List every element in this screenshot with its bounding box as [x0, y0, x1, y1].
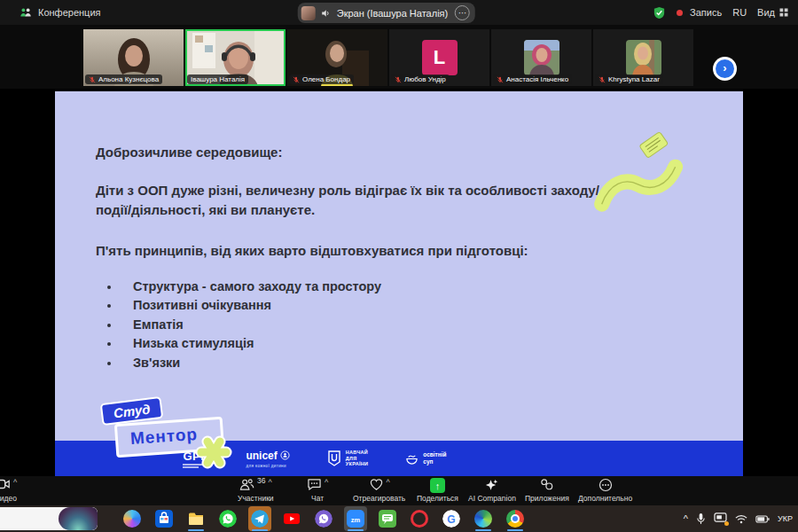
participant-name-tag: Альона Кузнєцова — [85, 74, 162, 84]
apps-button[interactable]: Приложения — [525, 478, 569, 503]
taskbar-google-icon[interactable]: G — [440, 506, 463, 531]
bullet-item: Структура - самого заходу та простору — [121, 278, 628, 297]
bullet-item: Емпатія — [121, 316, 628, 335]
system-tray: ^ УКР — [684, 505, 793, 532]
taskbar-whatsapp-icon[interactable] — [216, 506, 239, 531]
video-control-button[interactable]: ^ Видео — [0, 478, 17, 503]
participant-name-tag: Івашура Наталія — [187, 74, 248, 84]
video-label: Видео — [0, 494, 17, 503]
search-highlight-image — [59, 507, 98, 530]
view-label: Вид — [757, 7, 775, 18]
unicef-logo: unicef для кожної дитини — [246, 450, 289, 468]
ai-companion-button[interactable]: AI Companion — [468, 478, 516, 503]
presenter-avatar — [301, 6, 316, 20]
video-thumbnail-strip: Альона Кузнєцова Івашура Ната — [0, 25, 798, 89]
letter-avatar: L — [422, 40, 458, 75]
share-screen-button[interactable]: ↑ Поделиться — [417, 478, 458, 503]
chat-button[interactable]: ^ Чат — [307, 478, 328, 503]
zoom-meeting-window: Конференция Экран (Івашура Наталія) ⋯ За… — [0, 0, 798, 532]
apps-label: Приложения — [525, 494, 569, 503]
unicef-tagline: для кожної дитини — [246, 464, 289, 468]
camera-icon — [0, 478, 11, 490]
slide-text-block: Доброзичливе середовище: Діти з ООП дуже… — [96, 145, 628, 372]
share-pill-label: Экран (Івашура Наталія) — [337, 8, 448, 19]
unicef-logo-text: unicef — [246, 450, 277, 462]
security-shield-icon[interactable] — [653, 6, 666, 20]
caret-up-icon[interactable]: ^ — [325, 478, 328, 487]
taskbar-store-icon[interactable] — [153, 506, 176, 531]
taskbar-file-explorer-icon[interactable] — [184, 506, 207, 531]
teach-shield-icon — [327, 450, 341, 466]
view-button[interactable]: Вид — [757, 7, 789, 18]
bullet-item: Зв'язки — [121, 354, 628, 373]
bullet-item: Позитивні очікування — [121, 296, 628, 316]
svg-text:G: G — [447, 513, 455, 526]
chevron-right-icon: › — [716, 59, 734, 78]
taskbar-viber-icon[interactable] — [312, 506, 335, 531]
participant-name-tag: Олена Бондар — [289, 74, 354, 84]
tray-language-indicator[interactable]: УКР — [778, 514, 793, 523]
taskbar-copilot-icon[interactable] — [121, 506, 144, 531]
caret-up-icon[interactable]: ^ — [13, 478, 17, 487]
taskbar-messenger-icon[interactable] — [376, 506, 399, 531]
participant-tile-3[interactable]: Олена Бондар — [287, 29, 387, 86]
conference-people-icon — [20, 6, 32, 19]
more-options-label: Дополнительно — [578, 494, 632, 503]
soup-logo-line2: суп — [423, 458, 446, 466]
participant-tile-2-active-speaker[interactable]: Івашура Наталія — [185, 29, 286, 86]
participant-tile-1[interactable]: Альона Кузнєцова — [83, 29, 184, 86]
screen-share-pill[interactable]: Экран (Івашура Наталія) ⋯ — [298, 3, 475, 23]
participant-name: Анастасія Ільченко — [506, 75, 568, 83]
taskbar-youtube-icon[interactable] — [280, 506, 303, 531]
taskbar-chrome-icon[interactable] — [504, 506, 527, 531]
view-grid-icon — [778, 7, 789, 18]
muted-mic-icon — [497, 76, 504, 83]
chat-label: Чат — [311, 494, 324, 503]
taskbar-zoom-icon[interactable]: zm — [344, 506, 367, 531]
soup-bowl-icon — [405, 452, 419, 466]
meeting-info[interactable]: Конференция — [0, 6, 100, 19]
ai-sparkle-icon — [484, 478, 499, 492]
more-options-button[interactable]: Дополнительно — [578, 478, 632, 503]
decorative-squiggle-graphic — [590, 116, 700, 214]
participant-name-tag: Анастасія Ільченко — [493, 74, 572, 84]
tray-battery-icon[interactable] — [755, 515, 770, 523]
slide-intro-paragraph: Діти з ООП дуже різні, величезну роль ві… — [96, 181, 601, 220]
participants-button[interactable]: 36 ^ Участники — [238, 478, 274, 503]
tray-screenshare-icon[interactable] — [714, 512, 727, 526]
photo-avatar — [524, 40, 559, 75]
participant-tile-5[interactable]: Анастасія Ільченко — [491, 29, 591, 86]
stud-mentor-brand-logo: Ментор Студ — [89, 396, 239, 471]
participant-tile-4[interactable]: L Любов Ундір — [389, 29, 489, 86]
taskbar-edge-icon[interactable] — [472, 506, 495, 531]
next-participants-page-button[interactable]: › — [713, 57, 737, 81]
muted-mic-icon — [598, 76, 606, 83]
participant-tile-6[interactable]: Khrystyna Lazar — [593, 29, 693, 86]
interpretation-language-button[interactable]: RU — [732, 7, 747, 18]
svg-text:zm: zm — [351, 516, 361, 524]
reactions-button[interactable]: ^ Отреагировать — [353, 478, 405, 503]
bullet-item: Низька стимуляція — [121, 334, 628, 354]
participant-name: Івашура Наталія — [191, 75, 245, 83]
chat-bubble-icon — [307, 478, 322, 491]
osvitniy-sup-logo: освітній суп — [405, 451, 446, 466]
share-screen-icon: ↑ — [430, 478, 445, 493]
recording-indicator[interactable]: Запись — [677, 7, 722, 18]
teach-logo-line2: ДЛЯ — [346, 456, 368, 462]
soup-logo-line1: освітній — [423, 451, 446, 458]
participant-name: Khrystyna Lazar — [608, 75, 660, 83]
top-bar-right: Запись RU Вид — [653, 0, 789, 25]
caret-up-icon[interactable]: ^ — [268, 478, 271, 487]
taskbar-opera-icon[interactable] — [408, 506, 431, 531]
share-screen-label: Поделиться — [417, 494, 458, 503]
caret-up-icon[interactable]: ^ — [387, 478, 390, 487]
tray-expand-chevron[interactable]: ^ — [684, 513, 688, 524]
share-pill-more-button[interactable]: ⋯ — [455, 5, 470, 20]
taskbar-search-box[interactable] — [0, 507, 98, 530]
tray-wifi-icon[interactable] — [735, 514, 747, 524]
slide-bullet-list: Структура - самого заходу та простору По… — [96, 278, 628, 373]
meeting-controls-toolbar: ^ Видео 36 ^ Участники — [0, 476, 798, 505]
taskbar-telegram-icon[interactable] — [248, 506, 271, 531]
unicef-emblem-icon — [280, 450, 290, 460]
tray-microphone-icon[interactable] — [696, 512, 706, 525]
